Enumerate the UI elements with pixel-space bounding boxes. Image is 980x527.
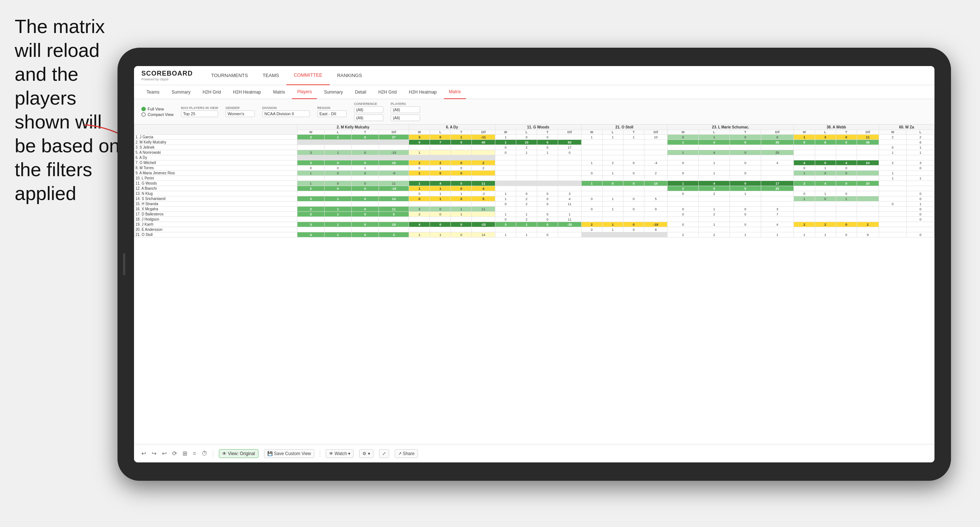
sub-col-t6: T [836, 130, 857, 135]
matrix-cell [730, 165, 761, 171]
matrix-cell: 0 [537, 191, 558, 196]
matrix-cell: 0 [537, 212, 558, 217]
matrix-cell [794, 202, 815, 206]
sub-tab-h2h-heatmap[interactable]: H2H Heatmap [228, 85, 266, 99]
sub-tab-h2h-grid2[interactable]: H2H Grid [373, 85, 402, 99]
matrix-cell [558, 135, 581, 140]
compact-view-option[interactable]: Compact View [142, 112, 174, 117]
tablet-screen: SCOREBOARD Powered by clippd TOURNAMENTS… [134, 66, 934, 462]
conference-select1[interactable]: (All) [354, 106, 383, 113]
matrix-cell [602, 145, 623, 150]
matrix-cell [495, 165, 516, 171]
matrix-cell [537, 186, 558, 191]
matrix-cell [379, 155, 409, 160]
matrix-cell [623, 145, 644, 150]
max-players-filter: Max players in view Top 25 [181, 106, 218, 117]
matrix-cell [537, 227, 558, 232]
full-view-radio[interactable] [142, 107, 146, 111]
matrix-cell: 1 [430, 191, 451, 196]
zoom-icon[interactable]: ⊞ [183, 450, 187, 457]
matrix-cell: 3 [815, 135, 836, 140]
matrix-cell: 0 [581, 227, 602, 232]
sub-tab-matrix2[interactable]: Matrix [444, 85, 466, 99]
matrix-cell [623, 217, 644, 222]
matrix-cell: 1 [907, 202, 934, 206]
matrix-cell [879, 196, 906, 202]
matrix-cell: 0 [324, 171, 352, 176]
matrix-cell: 17 [558, 145, 581, 150]
matrix-cell: 11 [558, 217, 581, 222]
matrix-cell: 3 [409, 206, 430, 212]
save-custom-view-button[interactable]: 💾 Save Custom View [264, 449, 315, 458]
matrix-cell [794, 217, 815, 222]
sub-tab-players[interactable]: Players [292, 85, 317, 99]
matrix-cell: 0 [730, 135, 761, 140]
matrix-cell [699, 196, 730, 202]
matrix-cell: 1 [794, 135, 815, 140]
matrix-cell: 0 [623, 227, 644, 232]
refresh-icon[interactable]: ⟳ [172, 450, 177, 457]
matrix-cell: 14 [379, 196, 409, 202]
player-name-cell: 7. O Mitchell [134, 160, 298, 165]
matrix-cell: 0 [537, 140, 558, 145]
options-button[interactable]: ⚙ ▾ [359, 449, 373, 458]
matrix-cell [794, 186, 815, 191]
players-filter: Players (All) (All) [391, 102, 420, 121]
nav-committee[interactable]: COMMITTEE [286, 66, 330, 85]
sub-tab-teams[interactable]: Teams [142, 85, 164, 99]
matrix-cell [409, 145, 430, 150]
max-players-select[interactable]: Top 25 [181, 111, 218, 117]
matrix-cell [324, 145, 352, 150]
view-original-button[interactable]: 👁 View: Original [219, 449, 258, 458]
sub-tab-h2h-heatmap2[interactable]: H2H Heatmap [404, 85, 442, 99]
sub-tab-h2h-grid[interactable]: H2H Grid [197, 85, 226, 99]
sub-tab-summary2[interactable]: Summary [319, 85, 348, 99]
matrix-cell [815, 202, 836, 206]
redo-icon[interactable]: ↪ [152, 450, 156, 457]
players-select1[interactable]: (All) [391, 106, 420, 113]
sub-tab-matrix[interactable]: Matrix [268, 85, 290, 99]
matrix-cell: 0 [879, 202, 906, 206]
undo-icon[interactable]: ↩ [142, 450, 146, 457]
matrix-cell [516, 186, 537, 191]
matrix-cell [644, 140, 667, 145]
players-select2[interactable]: (All) [391, 114, 420, 121]
matrix-cell [495, 186, 516, 191]
division-select[interactable]: NCAA Division II [262, 111, 310, 117]
sub-tab-summary[interactable]: Summary [166, 85, 195, 99]
matrix-cell: 3 [558, 191, 581, 196]
matrix-cell: 0 [352, 135, 379, 140]
fit-icon[interactable]: = [193, 450, 196, 457]
matrix-cell [602, 212, 623, 217]
expand-button[interactable]: ⤢ [379, 449, 389, 458]
matrix-cell [761, 155, 794, 160]
matrix-cell: 3 [297, 160, 324, 165]
matrix-cell: 0 [581, 206, 602, 212]
matrix-cell: 14 [644, 181, 667, 186]
nav-teams[interactable]: TEAMS [255, 66, 286, 85]
matrix-cell: 2 [430, 160, 451, 165]
undo2-icon[interactable]: ↩ [162, 450, 167, 457]
watch-button[interactable]: 👁 Watch ▾ [326, 449, 353, 458]
compact-view-radio[interactable] [142, 112, 146, 117]
sub-tab-detail[interactable]: Detail [350, 85, 372, 99]
matrix-cell: 0 [623, 160, 644, 165]
matrix-cell [430, 155, 451, 160]
region-select[interactable]: East - DII [317, 111, 347, 117]
conference-select2[interactable]: (All) [354, 114, 383, 121]
player-name-cell: 15. H Stranda [134, 202, 298, 206]
matrix-cell [730, 217, 761, 222]
matrix-cell [558, 160, 581, 165]
sub-col-l6: L [815, 130, 836, 135]
matrix-cell: 0 [537, 222, 558, 227]
nav-tournaments[interactable]: TOURNAMENTS [204, 66, 255, 85]
timer-icon[interactable]: ⏱ [202, 450, 207, 457]
matrix-cell [879, 206, 906, 212]
matrix-cell: 1 [668, 140, 699, 145]
matrix-cell: 1 [430, 186, 451, 191]
nav-rankings[interactable]: RANKINGS [330, 66, 369, 85]
full-view-option[interactable]: Full View [142, 107, 174, 111]
matrix-cell [815, 217, 836, 222]
gender-select[interactable]: Women's [226, 111, 255, 117]
share-button[interactable]: ↗ Share [395, 449, 418, 458]
